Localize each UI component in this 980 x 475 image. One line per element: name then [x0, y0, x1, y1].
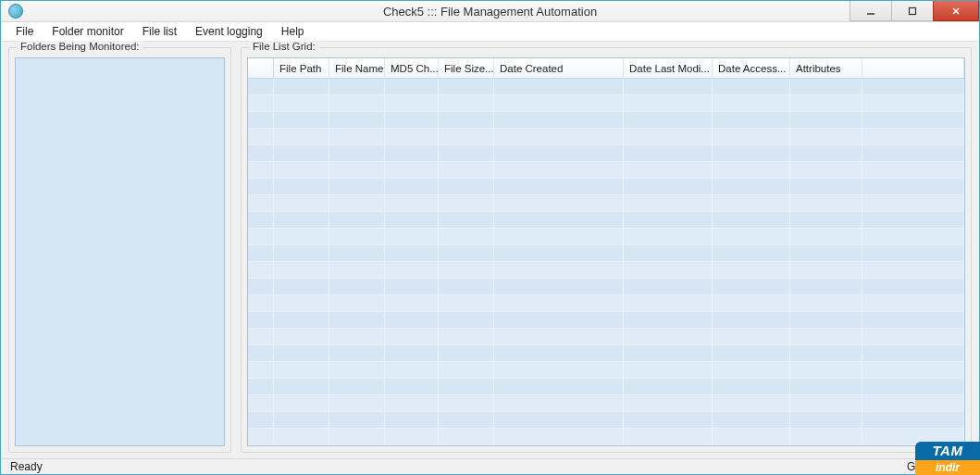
col-md5[interactable]: MD5 Ch... [385, 58, 439, 78]
menu-event-logging[interactable]: Event logging [186, 22, 272, 41]
table-row[interactable] [248, 379, 964, 395]
menu-help[interactable]: Help [272, 22, 314, 41]
grid-body[interactable] [248, 79, 964, 445]
table-row[interactable] [248, 112, 964, 129]
file-grid[interactable]: File Path File Name MD5 Ch... File Size.… [247, 57, 965, 446]
watermark-badge: TAM indir [915, 442, 980, 475]
grid-legend: File List Grid: [249, 41, 319, 52]
file-grid-panel: File List Grid: File Path File Name MD5 … [241, 47, 972, 453]
folders-legend: Folders Being Monitored: [17, 41, 143, 52]
table-row[interactable] [248, 195, 964, 212]
table-row[interactable] [248, 295, 964, 312]
table-row[interactable] [248, 95, 964, 112]
minimize-button[interactable] [850, 1, 892, 21]
app-icon [8, 4, 23, 19]
table-row[interactable] [248, 145, 964, 162]
close-button[interactable] [933, 1, 979, 21]
grid-row-header-corner[interactable] [248, 58, 274, 78]
col-file-name[interactable]: File Name [329, 58, 385, 78]
app-window: Check5 ::: File Management Automation Fi… [0, 0, 980, 475]
titlebar[interactable]: Check5 ::: File Management Automation [1, 1, 979, 22]
table-row[interactable] [248, 129, 964, 145]
col-date-modified[interactable]: Date Last Modi... [624, 58, 713, 78]
col-date-accessed[interactable]: Date Access... [713, 58, 790, 78]
table-row[interactable] [248, 279, 964, 295]
window-controls [850, 1, 979, 21]
grid-header-row: File Path File Name MD5 Ch... File Size.… [248, 58, 964, 79]
col-file-size[interactable]: File Size... [439, 58, 494, 78]
folders-panel: Folders Being Monitored: [8, 47, 231, 453]
maximize-button[interactable] [891, 1, 934, 21]
table-row[interactable] [248, 79, 964, 95]
table-row[interactable] [248, 312, 964, 329]
table-row[interactable] [248, 345, 964, 362]
maximize-icon [908, 6, 917, 16]
col-extra[interactable] [862, 58, 964, 78]
table-row[interactable] [248, 329, 964, 345]
statusbar: Ready Grid items: 0 [1, 458, 979, 474]
col-attributes[interactable]: Attributes [790, 58, 862, 78]
table-row[interactable] [248, 429, 964, 445]
content-area: Folders Being Monitored: File List Grid:… [1, 42, 979, 458]
minimize-icon [866, 6, 875, 16]
folders-listbox[interactable] [15, 57, 225, 446]
watermark-top: TAM [915, 442, 980, 460]
menu-file[interactable]: File [6, 22, 43, 41]
close-icon [951, 6, 961, 16]
col-date-created[interactable]: Date Created [494, 58, 624, 78]
svg-rect-1 [910, 7, 916, 14]
table-row[interactable] [248, 262, 964, 279]
watermark-bottom: indir [915, 460, 980, 475]
table-row[interactable] [248, 229, 964, 245]
col-file-path[interactable]: File Path [274, 58, 329, 78]
table-row[interactable] [248, 179, 964, 195]
menu-folder-monitor[interactable]: Folder monitor [43, 22, 132, 41]
window-title: Check5 ::: File Management Automation [1, 5, 979, 19]
table-row[interactable] [248, 212, 964, 229]
table-row[interactable] [248, 412, 964, 429]
menubar: File Folder monitor File list Event logg… [1, 22, 979, 42]
table-row[interactable] [248, 395, 964, 412]
status-left: Ready [10, 460, 43, 473]
table-row[interactable] [248, 362, 964, 379]
table-row[interactable] [248, 245, 964, 262]
menu-file-list[interactable]: File list [133, 22, 186, 41]
table-row[interactable] [248, 162, 964, 179]
